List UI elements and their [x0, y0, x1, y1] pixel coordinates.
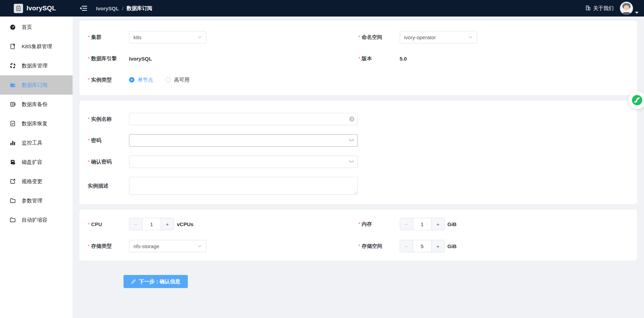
eye-closed-icon[interactable] [348, 139, 354, 142]
cluster-label: *集群 [88, 34, 129, 41]
password-label: *密码 [88, 137, 129, 144]
sidebar-item-database-backup[interactable]: 数据库备份 [0, 95, 73, 114]
main-content: *集群 k8s *命名空间 ivory-operator *数据库引擎 Ivor… [73, 17, 644, 318]
radio-icon [129, 77, 135, 83]
decrease-button[interactable]: − [129, 218, 142, 230]
basic-info-card: *集群 k8s *命名空间 ivory-operator *数据库引擎 Ivor… [79, 21, 637, 95]
increase-button[interactable]: + [161, 218, 174, 230]
storage-size-unit: GiB [448, 243, 457, 249]
breadcrumb-current: 数据库订阅 [127, 5, 152, 12]
edit-pencil-icon [131, 279, 136, 284]
description-textarea-wrap [129, 177, 358, 195]
password-input[interactable] [129, 134, 358, 147]
description-textarea[interactable] [129, 177, 358, 195]
cpu-stepper: − 1 + [129, 218, 174, 230]
confirm-password-input[interactable] [129, 156, 358, 168]
cpu-value[interactable]: 1 [142, 218, 161, 230]
storage-size-row: *存储空间 − 5 + GiB [358, 240, 629, 252]
description-row: 实例描述 [88, 177, 629, 195]
instance-type-radio-group: 单节点 高可用 [129, 77, 190, 83]
cluster-select[interactable]: k8s [129, 31, 206, 43]
ivorysql-logo-icon [14, 4, 23, 13]
required-marker: * [88, 243, 90, 249]
cluster-row: *集群 k8s [88, 31, 358, 43]
sidebar-item-label: 磁盘扩容 [22, 159, 42, 166]
top-header: IvorySQL IvorySQL / 数据库订阅 [0, 0, 644, 17]
cpu-unit: vCPUs [177, 221, 193, 227]
sidebar-item-label: 自动扩缩容 [22, 217, 47, 223]
green-logo-icon [632, 95, 643, 106]
sidebar-item-monitor-tools[interactable]: 监控工具 [0, 133, 73, 152]
namespace-select[interactable]: ivory-operator [400, 31, 477, 43]
required-marker: * [88, 116, 90, 122]
database-manage-icon [9, 63, 16, 69]
version-label: *版本 [358, 55, 400, 62]
version-value: 5.0 [400, 56, 407, 62]
breadcrumb-root[interactable]: IvorySQL [96, 6, 119, 11]
required-marker: * [358, 243, 361, 249]
cpu-row: *CPU − 1 + vCPUs [88, 218, 358, 230]
sidebar-item-database-manage[interactable]: 数据库管理 [0, 56, 73, 75]
namespace-label: *命名空间 [358, 34, 400, 41]
sidebar-item-disk-expand[interactable]: 磁盘扩容 [0, 152, 73, 172]
floating-helper-button[interactable] [628, 91, 644, 109]
cluster-select-value: k8s [133, 34, 141, 40]
k8s-cluster-icon [9, 43, 16, 50]
sidebar-item-label: 监控工具 [22, 140, 42, 146]
resources-card: *CPU − 1 + vCPUs *内存 − 1 + GiB *存储类型 [79, 210, 637, 261]
storage-type-select[interactable]: nfs-storage [129, 240, 206, 252]
database-subscription-icon [9, 82, 16, 88]
sidebar-item-label: 数据库恢复 [22, 120, 47, 127]
sidebar-item-spec-change[interactable]: 规格变更 [0, 172, 73, 191]
about-us-label: 关于我们 [593, 5, 614, 12]
chevron-down-icon [468, 36, 473, 39]
instance-name-label: *实例名称 [88, 116, 129, 123]
sidebar-item-database-subscription[interactable]: 数据库订阅 [0, 75, 73, 95]
storage-type-row: *存储类型 nfs-storage [88, 240, 358, 252]
version-row: *版本 5.0 [358, 52, 629, 65]
storage-size-value[interactable]: 5 [413, 240, 431, 252]
increase-button[interactable]: + [431, 240, 444, 252]
next-step-button[interactable]: 下一步：确认信息 [124, 275, 188, 288]
sidebar-item-label: 规格变更 [22, 178, 42, 185]
user-menu[interactable] [620, 2, 638, 15]
brand[interactable]: IvorySQL [0, 4, 73, 13]
spec-change-icon [9, 178, 16, 185]
database-backup-icon [9, 101, 16, 108]
sidebar-item-k8s-cluster[interactable]: K8S集群管理 [0, 37, 73, 56]
description-label: 实例描述 [88, 183, 129, 189]
instance-name-input[interactable] [129, 113, 358, 125]
instance-type-row: *实例类型 单节点 高可用 [88, 74, 358, 86]
about-us-link[interactable]: 关于我们 [586, 5, 614, 12]
namespace-row: *命名空间 ivory-operator [358, 31, 629, 43]
breadcrumb: IvorySQL / 数据库订阅 [96, 5, 152, 12]
engine-value: IvorySQL [129, 56, 152, 62]
radio-high-availability[interactable]: 高可用 [165, 77, 190, 83]
radio-label: 单节点 [138, 77, 153, 83]
increase-button[interactable]: + [431, 218, 444, 230]
autoscale-icon [9, 217, 16, 223]
next-step-label: 下一步：确认信息 [139, 278, 180, 285]
dashboard-icon [9, 24, 16, 31]
sidebar-item-label: 首页 [22, 24, 32, 31]
sidebar-item-autoscale[interactable]: 自动扩缩容 [0, 210, 73, 230]
chevron-down-icon [197, 36, 202, 39]
sidebar-item-param-manage[interactable]: 参数管理 [0, 191, 73, 210]
eye-closed-icon[interactable] [348, 160, 354, 164]
avatar[interactable] [620, 2, 633, 15]
sidebar-item-home[interactable]: 首页 [0, 18, 73, 37]
decrease-button[interactable]: − [400, 218, 413, 230]
collapse-sidebar-icon[interactable] [80, 6, 87, 11]
memory-value[interactable]: 1 [413, 218, 431, 230]
required-marker: * [358, 34, 361, 40]
help-icon[interactable]: ? [349, 117, 354, 122]
required-marker: * [88, 34, 90, 40]
instance-name-input-wrap: ? [129, 113, 358, 125]
decrease-button[interactable]: − [400, 240, 413, 252]
required-marker: * [88, 55, 90, 61]
sidebar-item-label: 数据库备份 [22, 101, 47, 108]
param-manage-icon [9, 198, 16, 204]
radio-single-node[interactable]: 单节点 [129, 77, 153, 83]
brand-title: IvorySQL [26, 4, 56, 12]
sidebar-item-database-restore[interactable]: 数据库恢复 [0, 114, 73, 133]
